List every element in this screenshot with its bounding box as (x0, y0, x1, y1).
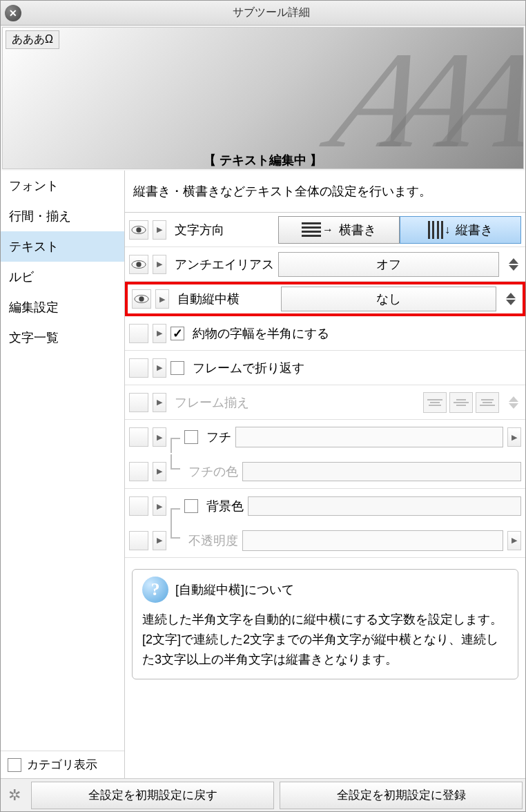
border-label: フチ (202, 429, 231, 445)
framealign-label: フレーム揃え (171, 394, 274, 411)
content-panel: 縦書き・横書きなどテキスト全体の設定を行います。 ▶ 文字方向 → (125, 171, 525, 778)
align-top-icon (423, 392, 447, 413)
align-bottom-icon (476, 392, 499, 413)
expand-icon[interactable]: ▶ (155, 289, 169, 309)
content-description: 縦書き・横書きなどテキスト全体の設定を行います。 (125, 171, 525, 213)
eye-toggle[interactable] (129, 496, 148, 516)
framewrap-checkbox[interactable] (171, 361, 184, 375)
sidebar-item-font[interactable]: フォント (1, 171, 124, 201)
halfwidth-label: 約物の字幅を半角にする (188, 325, 329, 342)
tatechuyoko-spinner[interactable] (503, 293, 518, 305)
sidebar-item-line[interactable]: 行間・揃え (1, 201, 124, 231)
bordercolor-label: フチの色 (184, 463, 238, 480)
expand-icon[interactable]: ▶ (153, 255, 166, 274)
sidebar-footer: カテゴリ表示 (1, 751, 124, 778)
close-button[interactable]: ✕ (5, 5, 21, 21)
bgcolor-label: 背景色 (202, 498, 244, 514)
expand-icon[interactable]: ▶ (153, 393, 166, 412)
opacity-slider (242, 530, 503, 551)
horizontal-button[interactable]: → 横書き (278, 216, 400, 244)
row-antialias: ▶ アンチエイリアス オフ (125, 247, 525, 282)
expand-icon[interactable]: ▶ (153, 220, 166, 240)
help-icon: ? (142, 577, 168, 603)
titlebar: ✕ サブツール詳細 (1, 1, 525, 26)
reset-button[interactable]: 全設定を初期設定に戻す (31, 782, 274, 809)
framewrap-label: フレームで折り返す (188, 360, 304, 376)
eye-toggle[interactable] (129, 462, 148, 481)
row-bordercolor: ▶ フチの色 (125, 454, 525, 489)
preview-sample-label[interactable]: あああΩ (6, 30, 59, 49)
category-checkbox[interactable] (8, 758, 21, 772)
row-border: ▶ フチ ▶ (125, 420, 525, 454)
align-icons (423, 392, 499, 413)
category-label: カテゴリ表示 (27, 757, 97, 773)
vertical-button[interactable]: ↓ 縦書き (400, 216, 521, 244)
antialias-dropdown[interactable]: オフ (278, 252, 499, 277)
sidebar-list: フォント 行間・揃え テキスト ルビ 編集設定 文字一覧 (1, 171, 124, 751)
eye-icon[interactable] (129, 220, 148, 240)
row-halfwidth: ▶ 約物の字幅を半角にする (125, 316, 525, 351)
framealign-spinner (506, 396, 521, 409)
help-title: [自動縦中横]について (175, 581, 294, 598)
opacity-label: 不透明度 (184, 532, 238, 549)
footer: ✲ 全設定を初期設定に戻す 全設定を初期設定に登録 (1, 778, 525, 811)
sidebar-item-text[interactable]: テキスト (1, 231, 124, 262)
halfwidth-checkbox[interactable] (171, 327, 184, 340)
eye-toggle[interactable] (129, 427, 148, 447)
svg-point-5 (139, 296, 144, 301)
preview-glyph-icon: AAA (318, 27, 524, 169)
row-framewrap: ▶ フレームで折り返す (125, 351, 525, 385)
dialog-body: フォント 行間・揃え テキスト ルビ 編集設定 文字一覧 カテゴリ表示 縦書き・… (1, 171, 525, 778)
sidebar-item-edit[interactable]: 編集設定 (1, 292, 124, 322)
eye-icon[interactable] (132, 289, 151, 309)
preview-area: あああΩ AAA 【 テキスト編集中 】 (2, 27, 524, 169)
arrow-down-icon: ↓ (445, 224, 450, 236)
row-opacity: ▶ 不透明度 ▶ (125, 523, 525, 558)
row-framealign: ▶ フレーム揃え (125, 385, 525, 420)
expand-icon[interactable]: ▶ (153, 496, 166, 516)
eye-toggle[interactable] (129, 358, 148, 378)
expand-icon[interactable]: ▶ (153, 324, 166, 343)
sidebar: フォント 行間・揃え テキスト ルビ 編集設定 文字一覧 カテゴリ表示 (1, 171, 125, 778)
expand-icon[interactable]: ▶ (153, 358, 166, 378)
expand-icon[interactable]: ▶ (153, 462, 166, 481)
eye-toggle[interactable] (129, 324, 148, 343)
bgcolor-box[interactable] (248, 496, 521, 516)
direction-toggle: → 横書き ↓ 縦書き (278, 216, 521, 244)
svg-point-3 (136, 262, 141, 267)
tatechuyoko-dropdown[interactable]: なし (281, 287, 496, 311)
antialias-spinner[interactable] (506, 258, 521, 271)
window-title: サブツール詳細 (21, 6, 521, 20)
settings-rows: ▶ 文字方向 → 横書き ↓ (125, 213, 525, 778)
sidebar-item-ruby[interactable]: ルビ (1, 262, 124, 292)
row-direction: ▶ 文字方向 → 横書き ↓ (125, 213, 525, 247)
row-bgcolor: ▶ 背景色 (125, 489, 525, 523)
expand-icon[interactable]: ▶ (153, 531, 166, 550)
bordercolor-box (242, 462, 521, 481)
direction-label: 文字方向 (171, 222, 274, 238)
reset-icon[interactable]: ✲ (1, 786, 28, 804)
help-text: 連続した半角文字を自動的に縦中横にする文字数を設定します。[2文字]で連続した2… (142, 610, 508, 669)
align-middle-icon (449, 392, 473, 413)
antialias-label: アンチエイリアス (171, 256, 274, 273)
arrow-right-icon: → (322, 224, 333, 236)
border-slider[interactable] (235, 427, 503, 447)
expand-icon[interactable]: ▶ (153, 427, 166, 447)
subtool-detail-window: ✕ サブツール詳細 あああΩ AAA 【 テキスト編集中 】 フォント 行間・揃… (0, 0, 526, 812)
bgcolor-checkbox[interactable] (184, 499, 198, 513)
expand-icon[interactable]: ▶ (507, 427, 521, 447)
sidebar-item-charlist[interactable]: 文字一覧 (1, 322, 124, 353)
eye-toggle[interactable] (129, 393, 148, 412)
register-button[interactable]: 全設定を初期設定に登録 (280, 782, 523, 809)
help-box: ? [自動縦中横]について 連続した半角文字を自動的に縦中横にする文字数を設定し… (132, 569, 518, 679)
expand-icon: ▶ (507, 531, 521, 550)
eye-toggle[interactable] (129, 531, 148, 550)
row-tatechuyoko: ▶ 自動縦中横 なし (125, 282, 525, 316)
eye-icon[interactable] (129, 255, 148, 274)
tatechuyoko-label: 自動縦中横 (173, 291, 277, 307)
editing-banner: 【 テキスト編集中 】 (204, 152, 322, 168)
svg-point-1 (136, 227, 141, 232)
border-checkbox[interactable] (184, 430, 198, 444)
